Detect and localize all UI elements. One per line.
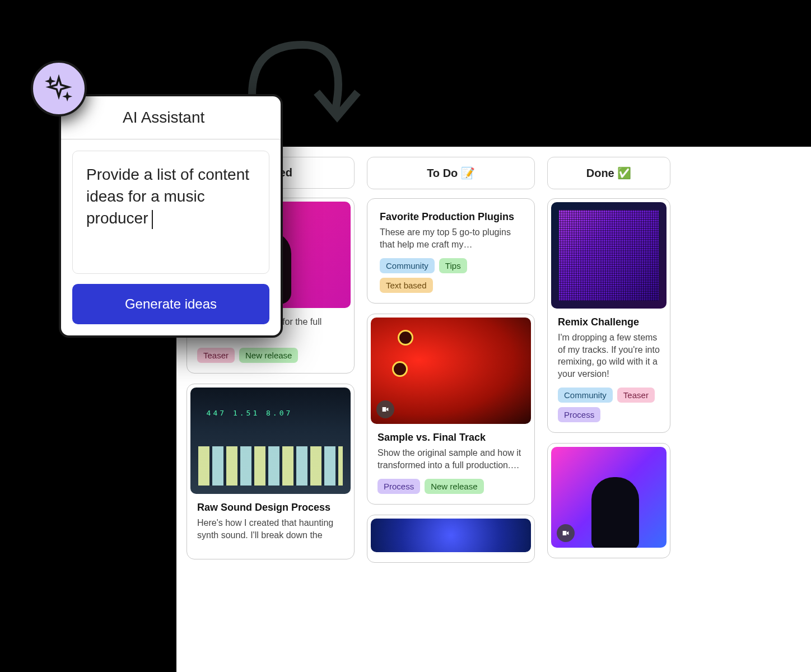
tag-community[interactable]: Community (558, 388, 613, 403)
card[interactable] (547, 443, 670, 558)
column-header[interactable]: Done ✅ (547, 157, 670, 189)
tag-new-release[interactable]: New release (425, 479, 483, 494)
tag-teaser[interactable]: Teaser (617, 388, 655, 403)
card-image (551, 447, 666, 548)
tag-text-based[interactable]: Text based (380, 278, 433, 293)
card-image (190, 388, 351, 494)
sparkle-icon (31, 60, 87, 116)
generate-ideas-button[interactable]: Generate ideas (72, 284, 269, 324)
video-icon (557, 524, 575, 542)
ai-prompt-text: Provide a list of content ideas for a mu… (86, 166, 249, 227)
card-desc: Here's how I created that haunting synth… (197, 517, 344, 541)
ai-prompt-input[interactable]: Provide a list of content ideas for a mu… (72, 151, 269, 274)
column-todo: To Do 📝 Favorite Production Plugins Thes… (367, 157, 535, 672)
column-done: Done ✅ Remix Challenge I'm dropping a fe… (547, 157, 670, 672)
card-desc: Show the original sample and how it tran… (377, 447, 524, 471)
video-icon (376, 400, 394, 418)
card-title: Sample vs. Final Track (377, 432, 524, 444)
card[interactable]: Sample vs. Final Track Show the original… (367, 314, 535, 505)
tag-teaser[interactable]: Teaser (197, 348, 235, 363)
card-image (551, 202, 666, 309)
card[interactable]: Raw Sound Design Process Here's how I cr… (187, 384, 355, 559)
card-image (371, 519, 531, 552)
text-cursor (152, 210, 153, 229)
ai-panel-title: AI Assistant (61, 96, 281, 139)
tag-process[interactable]: Process (558, 407, 600, 422)
card-image (371, 318, 531, 424)
card[interactable]: Favorite Production Plugins These are my… (367, 198, 535, 304)
card[interactable]: Remix Challenge I'm dropping a few stems… (547, 198, 670, 433)
tag-new-release[interactable]: New release (239, 348, 298, 363)
tag-tips[interactable]: Tips (439, 258, 467, 273)
column-header[interactable]: To Do 📝 (367, 157, 535, 189)
card-desc: These are my top 5 go-to plugins that he… (380, 226, 522, 250)
tag-process[interactable]: Process (377, 479, 420, 494)
card[interactable] (367, 515, 535, 563)
tag-community[interactable]: Community (380, 258, 435, 273)
card-title: Favorite Production Plugins (380, 211, 522, 223)
card-title: Raw Sound Design Process (197, 502, 344, 514)
card-title: Remix Challenge (558, 316, 660, 328)
card-desc: I'm dropping a few stems of my tracks. I… (558, 332, 660, 380)
